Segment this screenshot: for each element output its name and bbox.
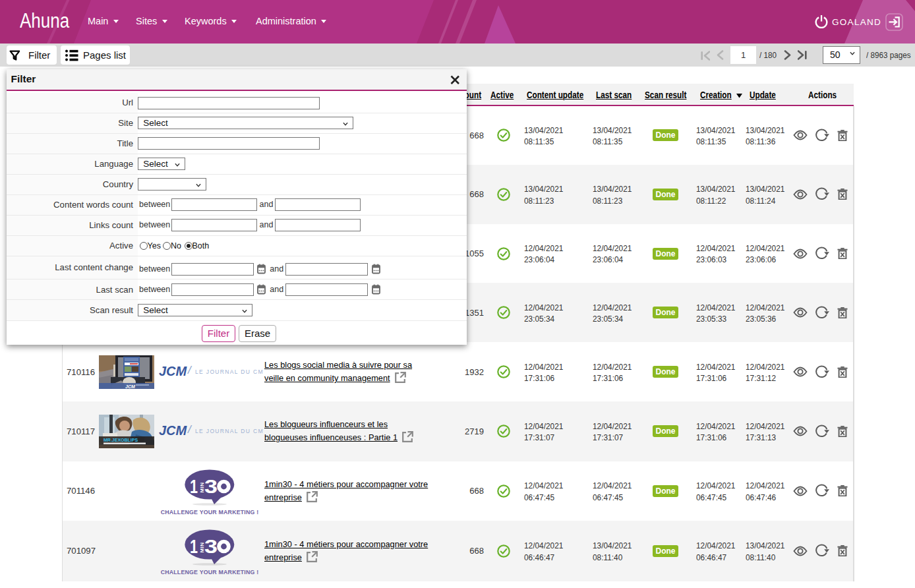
svg-text:3: 3 <box>204 476 218 497</box>
svg-text:3: 3 <box>204 536 218 557</box>
svg-text:1: 1 <box>190 476 198 497</box>
svg-text:1: 1 <box>190 536 198 557</box>
svg-text:MR.JEXOBLIPS: MR.JEXOBLIPS <box>103 438 138 442</box>
svg-text:JCM: JCM <box>125 384 135 388</box>
